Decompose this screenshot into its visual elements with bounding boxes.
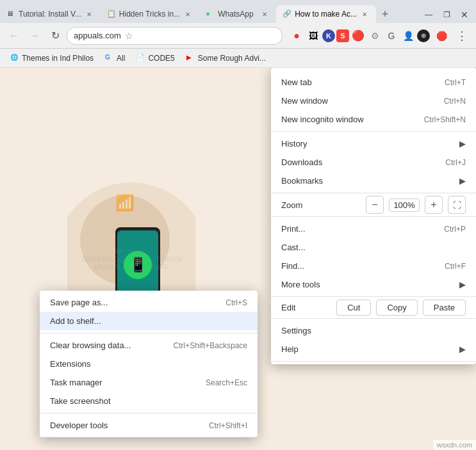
address-bar[interactable]: appuals.com ☆	[67, 27, 283, 45]
menu-item-find[interactable]: Find... Ctrl+F	[271, 257, 476, 275]
tab-close-hidden[interactable]: ✕	[183, 9, 193, 19]
ext-icon-flickr[interactable]: 🖼	[306, 28, 321, 44]
bookmark-themes[interactable]: 🌐 Themes in Ind Philos	[5, 52, 99, 64]
menu-item-help[interactable]: Help ▶	[271, 340, 476, 358]
menu-item-downloads[interactable]: Downloads Ctrl+J	[271, 153, 476, 172]
bookmark-label-rough: Some Rough Advi...	[198, 54, 266, 63]
close-button[interactable]: ✕	[456, 6, 473, 23]
tab-howto[interactable]: 🔗 How to make Ac... ✕	[276, 5, 376, 23]
ext-icon-k[interactable]: K	[322, 29, 335, 42]
ctx-label-add-shelf: Add to shelf...	[50, 316, 247, 326]
zoom-plus-button[interactable]: +	[425, 196, 443, 214]
ctx-item-add-shelf[interactable]: Add to shelf...	[40, 312, 258, 330]
chrome-menu-button[interactable]: ⋮	[453, 27, 471, 45]
bookmark-favicon-all: G	[105, 54, 114, 63]
bookmark-rough[interactable]: ▶ Some Rough Advi...	[181, 52, 271, 64]
menu-section-tools: Print... Ctrl+P Cast... Find... Ctrl+F M…	[271, 217, 476, 297]
menu-item-incognito[interactable]: New incognito window Ctrl+Shift+N	[271, 110, 476, 129]
ctx-item-developer-tools[interactable]: Developer tools Ctrl+Shift+I	[40, 416, 258, 435]
tab-close-howto[interactable]: ✕	[359, 9, 370, 19]
menu-item-more-tools-label: More tools	[281, 280, 454, 289]
toolbar: ← → ↻ appuals.com ☆ ● 🖼 K S 🔴 ⚙ G 👤 ⊕ 🛑 …	[0, 23, 476, 49]
ctx-item-save-page[interactable]: Save page as... Ctrl+S	[40, 293, 258, 312]
ext-icon-red2[interactable]: 🔴	[350, 28, 366, 44]
menu-item-downloads-shortcut: Ctrl+J	[445, 158, 466, 167]
menu-item-bookmarks[interactable]: Bookmarks ▶	[271, 172, 476, 190]
menu-item-print-shortcut: Ctrl+P	[444, 225, 466, 234]
tab-close-tutorial[interactable]: ✕	[84, 9, 94, 19]
tab-hidden[interactable]: 📋 Hidden Tricks in... ✕	[101, 5, 199, 23]
svg-text:📶: 📶	[115, 193, 135, 212]
edit-actions: Cut Copy Paste	[336, 300, 466, 316]
page-area: 📱 📶 APPUADSTECHNOLOGY · TIPS · FORUMUNEX…	[0, 68, 476, 450]
menu-section-new: New tab Ctrl+T New window Ctrl+N New inc…	[271, 70, 476, 132]
bottom-watermark-text: wsxdn.com	[437, 441, 472, 449]
menu-item-settings[interactable]: Settings	[271, 321, 476, 340]
bookmark-label-code5: CODE5	[148, 54, 174, 63]
bookmark-code5[interactable]: 📄 CODE5	[131, 52, 179, 64]
menu-item-new-tab-label: New tab	[281, 77, 432, 87]
window-controls: — ❐ ✕	[420, 6, 476, 23]
ctx-item-clear-browsing[interactable]: Clear browsing data... Ctrl+Shift+Backsp…	[40, 336, 258, 355]
zoom-fullscreen-button[interactable]: ⛶	[448, 196, 466, 214]
ctx-shortcut-save-page: Ctrl+S	[226, 298, 247, 307]
ctx-shortcut-task-manager: Search+Esc	[206, 378, 247, 387]
bookmark-star-icon[interactable]: ☆	[125, 31, 133, 41]
menu-item-help-arrow: ▶	[459, 344, 466, 354]
adblock-icon[interactable]: 🛑	[432, 27, 450, 45]
tab-tutorial[interactable]: 🖥 Tutorial: Install V... ✕	[0, 5, 101, 23]
maximize-button[interactable]: ❐	[438, 6, 455, 23]
menu-item-print-label: Print...	[281, 224, 431, 234]
ctx-label-save-page: Save page as...	[50, 298, 226, 307]
menu-item-downloads-label: Downloads	[281, 157, 432, 167]
browser-frame: 🖥 Tutorial: Install V... ✕ 📋 Hidden Tric…	[0, 0, 476, 450]
menu-section-history: History ▶ Downloads Ctrl+J Bookmarks ▶	[271, 132, 476, 193]
new-tab-button[interactable]: +	[376, 5, 394, 23]
ctx-item-task-manager[interactable]: Task manager Search+Esc	[40, 373, 258, 392]
menu-item-help-label: Help	[281, 344, 454, 354]
ctx-divider-2	[40, 413, 258, 414]
minimize-button[interactable]: —	[420, 6, 437, 23]
ext-icon-g[interactable]: G	[384, 28, 399, 44]
ext-icon-dark[interactable]: ⊕	[417, 29, 430, 42]
zoom-minus-button[interactable]: −	[366, 196, 384, 214]
menu-item-cast[interactable]: Cast...	[271, 238, 476, 257]
zoom-controls: − 100% +	[366, 196, 443, 214]
menu-item-print[interactable]: Print... Ctrl+P	[271, 220, 476, 238]
menu-item-cast-label: Cast...	[281, 243, 466, 252]
ctx-item-extensions[interactable]: Extensions	[40, 355, 258, 373]
forward-button[interactable]: →	[26, 27, 44, 45]
tab-label-howto: How to make Ac...	[295, 10, 357, 19]
refresh-button[interactable]: ↻	[46, 27, 64, 45]
menu-item-more-tools-arrow: ▶	[459, 280, 466, 289]
ext-icon-user[interactable]: 👤	[400, 28, 416, 44]
tab-close-whatsapp[interactable]: ✕	[259, 9, 270, 19]
ctx-divider-1	[40, 333, 258, 333]
paste-button[interactable]: Paste	[423, 300, 466, 316]
menu-item-new-tab[interactable]: New tab Ctrl+T	[271, 73, 476, 92]
bookmark-all[interactable]: G All	[100, 52, 130, 64]
tab-favicon-tutorial: 🖥	[6, 10, 15, 19]
ctx-item-take-screenshot[interactable]: Take screenshot	[40, 392, 258, 410]
bookmarks-bar: 🌐 Themes in Ind Philos G All 📄 CODE5 ▶ S…	[0, 49, 476, 68]
menu-item-history[interactable]: History ▶	[271, 134, 476, 153]
chrome-dropdown-menu: New tab Ctrl+T New window Ctrl+N New inc…	[271, 68, 476, 364]
copy-button[interactable]: Copy	[376, 300, 417, 316]
menu-item-new-window[interactable]: New window Ctrl+N	[271, 92, 476, 110]
address-text: appuals.com	[74, 31, 121, 40]
bookmark-label-all: All	[117, 54, 125, 63]
cut-button[interactable]: Cut	[336, 300, 371, 316]
menu-item-incognito-label: New incognito window	[281, 115, 411, 124]
ext-icon-red[interactable]: ●	[289, 28, 304, 44]
menu-item-more-tools[interactable]: More tools ▶	[271, 275, 476, 294]
ctx-label-task-manager: Task manager	[50, 378, 206, 387]
back-button[interactable]: ←	[5, 27, 23, 45]
menu-item-new-window-shortcut: Ctrl+N	[444, 97, 466, 106]
menu-item-history-arrow: ▶	[459, 139, 466, 149]
zoom-value-display: 100%	[389, 198, 420, 212]
context-menu: Save page as... Ctrl+S Add to shelf... C…	[40, 291, 258, 437]
tab-whatsapp[interactable]: ● WhatsApp ✕	[199, 5, 276, 23]
ext-icon-puzzle[interactable]: ⚙	[367, 28, 382, 44]
tab-bar: 🖥 Tutorial: Install V... ✕ 📋 Hidden Tric…	[0, 0, 476, 23]
ext-icon-s[interactable]: S	[336, 29, 349, 42]
